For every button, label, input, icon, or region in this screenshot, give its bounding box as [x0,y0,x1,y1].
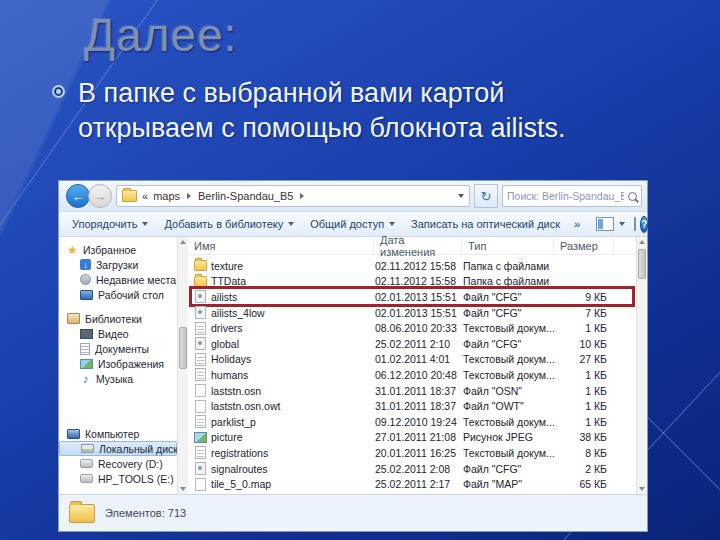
toolbar-overflow-button[interactable]: » [569,215,585,233]
address-dropdown-icon[interactable] [458,194,464,198]
file-rows: texture 02.11.2012 15:58 Папка с файлами… [188,255,647,494]
help-button[interactable]: ? [640,216,648,233]
breadcrumb-map-folder[interactable]: Berlin-Spandau_B5 [198,190,293,202]
file-type-icon [194,369,207,381]
sidebar-item-загрузки[interactable]: ↓Загрузки [59,257,177,272]
file-list-pane: Имя Дата изменения Тип Размер t [188,237,647,494]
sidebar-item-видео[interactable]: Видео [59,326,177,341]
preview-pane-icon[interactable] [634,217,636,231]
file-row[interactable]: laststn.osn 31.01.2011 18:37 Файл "OSN" … [188,383,647,399]
file-row[interactable]: Holidays 01.02.2011 4:01 Текстовый докум… [188,352,647,368]
drive-icon [80,459,93,468]
sidebar-item-локальный-диск[interactable]: Локальный диск [59,441,177,456]
breadcrumb-maps[interactable]: maps [153,190,180,202]
file-type-icon [194,431,207,443]
folder-icon [69,504,95,523]
presentation-slide: Далее: В папке с выбранной вами картой о… [0,0,720,540]
sidebar-item-label: Документы [95,343,149,355]
sidebar-item-label: Локальный диск [99,443,177,455]
file-date: 06.12.2010 20:48 [375,369,463,381]
sidebar-item-избранное[interactable]: ★Избранное [59,242,177,257]
sidebar-item-label: Recovery (D:) [98,458,163,470]
column-header-date[interactable]: Дата изменения [374,237,462,254]
file-type-icon [194,307,207,319]
chevron-right-icon [187,193,191,199]
file-type-icon [194,338,207,350]
organize-button[interactable]: Упорядочить [65,215,155,233]
file-name: signalroutes [207,463,375,475]
file-row[interactable]: ailists 02.01.2013 15:51 Файл "CFG" 9 КБ [188,289,647,305]
music-icon: ♪ [80,373,91,384]
burn-disc-button[interactable]: Записать на оптический диск [404,215,567,233]
sidebar-item-изображения[interactable]: Изображения [59,356,177,371]
lib-icon [67,313,80,324]
file-size: 27 КБ [555,353,611,365]
sidebar-item-недавние-места[interactable]: Недавние места [59,272,177,287]
file-type-icon [194,463,207,475]
file-row[interactable]: laststn.osn.owt 31.01.2011 18:37 Файл "O… [188,398,647,414]
column-header-size[interactable]: Размер [554,237,614,254]
file-row[interactable]: drivers 08.06.2010 20:33 Текстовый докум… [188,320,647,336]
breadcrumb-prefix: « [142,190,148,202]
sidebar-item-рабочий-стол[interactable]: Рабочий стол [59,287,177,302]
file-size: 1 КБ [555,385,611,397]
file-size: 1 КБ [555,400,611,412]
file-row[interactable]: TTData 02.11.2012 15:58 Папка с файлами [188,274,647,290]
file-date: 08.06.2010 20:33 [375,322,463,334]
sidebar-item-компьютер[interactable]: Компьютер [59,426,177,441]
sidebar-item-label: HP_TOOLS (E:) [98,473,174,485]
sidebar-item-музыка[interactable]: ♪Музыка [59,371,177,386]
sidebar-item-библиотеки[interactable]: Библиотеки [59,311,177,326]
file-type: Рисунок JPEG [463,431,555,443]
file-type: Текстовый докум... [463,369,555,381]
file-date: 01.02.2011 4:01 [375,353,463,365]
file-row[interactable]: texture 02.11.2012 15:58 Папка с файлами [188,258,647,274]
sidebar-item-recovery-d-[interactable]: Recovery (D:) [59,456,177,471]
bullet-item: В папке с выбранной вами картой открывае… [52,76,632,146]
search-input[interactable]: Поиск: Berlin-Spandau_B5 [502,185,642,207]
file-type-icon [194,353,207,365]
forward-button[interactable]: → [88,184,112,208]
file-row[interactable]: tile_5_0.map 25.02.2011 2:17 Файл "MAP" … [188,476,647,492]
file-row[interactable]: ailists_4low 02.01.2013 15:51 Файл "CFG"… [188,305,647,321]
star-icon: ★ [67,244,78,255]
file-row[interactable]: registrations 20.01.2011 16:25 Текстовый… [188,445,647,461]
share-button[interactable]: Общий доступ [303,215,402,233]
sidebar-item-документы[interactable]: Документы [59,341,177,356]
file-size: 8 КБ [555,447,611,459]
items-count: Элементов: 713 [105,507,186,519]
change-view-button[interactable] [589,214,632,234]
file-type-icon [194,291,207,303]
file-date: 25.02.2011 2:08 [375,463,463,475]
sidebar-item-hp-tools-e-[interactable]: HP_TOOLS (E:) [59,471,177,486]
file-row[interactable]: global 25.02.2011 2:10 Файл "CFG" 10 КБ [188,336,647,352]
file-list-scrollbar[interactable] [636,237,647,494]
address-breadcrumb[interactable]: « maps Berlin-Spandau_B5 [116,185,470,207]
file-row[interactable]: humans 06.12.2010 20:48 Текстовый докум.… [188,367,647,383]
view-list-icon [596,217,614,231]
back-button[interactable]: ← [66,184,90,208]
chevron-down-icon [619,222,625,226]
file-row[interactable]: signalroutes 25.02.2011 2:08 Файл "CFG" … [188,461,647,477]
file-row[interactable]: parklist_p 09.12.2010 19:24 Текстовый до… [188,414,647,430]
file-size: 2 КБ [555,463,611,475]
chevron-down-icon [288,222,294,226]
file-date: 25.02.2011 2:10 [375,338,463,350]
share-label: Общий доступ [310,218,384,230]
add-to-library-button[interactable]: Добавить в библиотеку [157,215,301,233]
file-row[interactable]: picture 27.01.2011 21:08 Рисунок JPEG 38… [188,430,647,446]
file-type-icon [194,260,207,272]
sidebar-item-label: Загрузки [96,259,138,271]
file-name: texture [207,260,375,272]
chevron-down-icon [389,222,395,226]
bullet-text-line2: открываем с помощью блокнота ailists. [78,113,565,143]
sidebar-item-label: Библиотеки [85,313,142,325]
docs-icon [80,343,90,355]
refresh-button[interactable]: ↻ [474,184,498,208]
column-header-name[interactable]: Имя [188,237,374,254]
file-size: 1 КБ [555,416,611,428]
file-name: humans [207,369,375,381]
column-header-type[interactable]: Тип [462,237,554,254]
nav-scrollbar[interactable] [177,237,188,494]
sidebar-group: БиблиотекиВидеоДокументыИзображения♪Музы… [59,311,177,386]
